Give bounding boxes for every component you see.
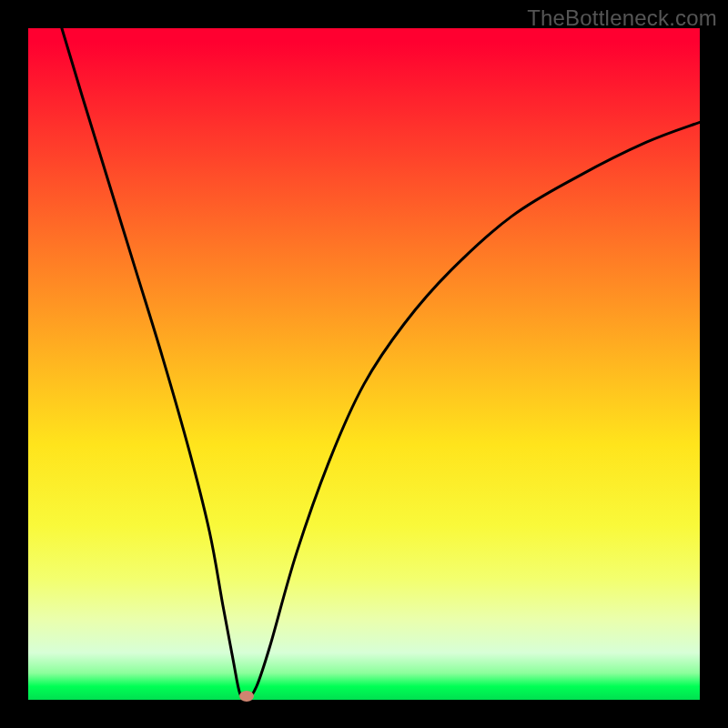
plot-area xyxy=(28,28,700,700)
minimum-marker xyxy=(239,691,254,702)
watermark-text: TheBottleneck.com xyxy=(527,5,717,31)
bottleneck-curve xyxy=(62,28,700,701)
curve-svg xyxy=(28,28,700,700)
chart-frame: TheBottleneck.com xyxy=(0,0,728,728)
